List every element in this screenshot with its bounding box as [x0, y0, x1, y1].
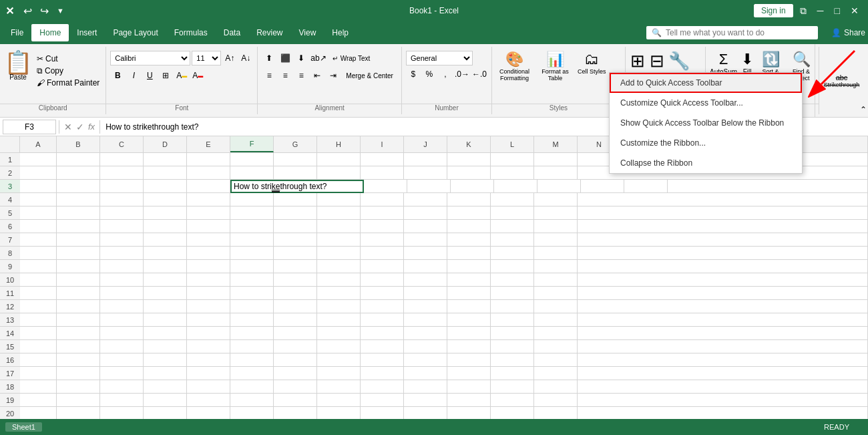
cell-m20[interactable]	[534, 407, 578, 419]
cell-i13[interactable]	[361, 313, 404, 327]
increase-indent-button[interactable]: ⇥	[326, 68, 341, 83]
cell-k20[interactable]	[447, 407, 491, 419]
cell-e9[interactable]	[187, 260, 230, 273]
cell-f2[interactable]	[230, 166, 274, 180]
cell-c10[interactable]	[100, 273, 144, 287]
cell-j9[interactable]	[404, 260, 447, 273]
align-left-button[interactable]: ≡	[262, 68, 276, 83]
cell-f13[interactable]	[230, 313, 274, 327]
cell-a2[interactable]	[20, 166, 57, 180]
cell-l14[interactable]	[491, 327, 534, 340]
cell-f4[interactable]	[230, 193, 274, 206]
cell-g6[interactable]	[274, 220, 317, 233]
cell-l19[interactable]	[491, 394, 534, 407]
cell-n16[interactable]	[578, 353, 868, 367]
cell-l9[interactable]	[491, 260, 534, 273]
paste-button[interactable]: 📋 Paste	[4, 51, 32, 81]
menu-formulas[interactable]: Formulas	[166, 24, 216, 41]
cell-f17[interactable]	[230, 367, 274, 380]
cell-d10[interactable]	[144, 273, 187, 287]
cell-m11[interactable]	[534, 287, 578, 300]
strikethrough-button[interactable]: abc Strikethrough	[824, 74, 860, 88]
cell-i16[interactable]	[361, 353, 404, 367]
cell-a8[interactable]	[20, 247, 57, 260]
sheet-tab[interactable]: Sheet1	[5, 422, 42, 432]
row-num-10[interactable]: 10	[0, 273, 20, 287]
cell-b3[interactable]	[57, 180, 100, 193]
cell-a3[interactable]	[20, 180, 57, 193]
cell-n12[interactable]	[578, 300, 868, 313]
col-header-m[interactable]: M	[534, 136, 578, 152]
cell-g2[interactable]	[274, 166, 317, 180]
cell-j10[interactable]	[404, 273, 447, 287]
cell-m3[interactable]	[624, 180, 668, 193]
cell-k8[interactable]	[447, 247, 491, 260]
cell-g5[interactable]	[274, 206, 317, 220]
cell-e8[interactable]	[187, 247, 230, 260]
cell-m2[interactable]	[534, 166, 578, 180]
cell-i2[interactable]	[361, 166, 404, 180]
cell-j17[interactable]	[404, 367, 447, 380]
cell-k1[interactable]	[447, 153, 491, 166]
col-header-i[interactable]: I	[361, 136, 404, 152]
cell-k13[interactable]	[447, 313, 491, 327]
cell-h18[interactable]	[317, 380, 361, 394]
cell-h15[interactable]	[317, 340, 361, 353]
cell-d4[interactable]	[144, 193, 187, 206]
row-num-17[interactable]: 17	[0, 367, 20, 380]
cell-k16[interactable]	[447, 353, 491, 367]
col-header-j[interactable]: J	[404, 136, 447, 152]
cell-n7[interactable]	[578, 233, 868, 247]
cell-i6[interactable]	[361, 220, 404, 233]
cell-n9[interactable]	[578, 260, 868, 273]
cell-d19[interactable]	[144, 394, 187, 407]
cell-c2[interactable]	[100, 166, 144, 180]
cell-a4[interactable]	[20, 193, 57, 206]
cell-h14[interactable]	[317, 327, 361, 340]
cell-e2[interactable]	[187, 166, 230, 180]
cell-k3[interactable]	[537, 180, 581, 193]
cell-h6[interactable]	[317, 220, 361, 233]
cell-j13[interactable]	[404, 313, 447, 327]
cell-j18[interactable]	[404, 380, 447, 394]
cell-i8[interactable]	[361, 247, 404, 260]
cell-n19[interactable]	[578, 394, 868, 407]
cell-a19[interactable]	[20, 394, 57, 407]
cell-f10[interactable]	[230, 273, 274, 287]
border-button[interactable]: ⊞	[158, 68, 173, 83]
cell-g3[interactable]	[364, 180, 407, 193]
conditional-formatting-button[interactable]: 🎨 Conditional Formatting	[496, 51, 533, 82]
cell-b19[interactable]	[57, 394, 100, 407]
cell-g9[interactable]	[274, 260, 317, 273]
cell-j16[interactable]	[404, 353, 447, 367]
cell-d6[interactable]	[144, 220, 187, 233]
cell-f20[interactable]	[230, 407, 274, 419]
cell-b4[interactable]	[57, 193, 100, 206]
cell-c19[interactable]	[100, 394, 144, 407]
row-num-8[interactable]: 8	[0, 247, 20, 260]
cell-i15[interactable]	[361, 340, 404, 353]
cell-l15[interactable]	[491, 340, 534, 353]
row-num-1[interactable]: 1	[0, 153, 20, 166]
cell-e10[interactable]	[187, 273, 230, 287]
cell-n8[interactable]	[578, 247, 868, 260]
cell-l11[interactable]	[491, 287, 534, 300]
cell-f18[interactable]	[230, 380, 274, 394]
number-format-select[interactable]: General	[406, 51, 473, 65]
cell-b18[interactable]	[57, 380, 100, 394]
cell-g13[interactable]	[274, 313, 317, 327]
col-header-a[interactable]: A	[20, 136, 57, 152]
cell-j20[interactable]	[404, 407, 447, 419]
cell-d12[interactable]	[144, 300, 187, 313]
cell-k12[interactable]	[447, 300, 491, 313]
quick-access-menu[interactable]: ▼	[54, 5, 67, 16]
cell-i1[interactable]	[361, 153, 404, 166]
cell-b13[interactable]	[57, 313, 100, 327]
maximize-button[interactable]: □	[831, 4, 844, 17]
cell-j5[interactable]	[404, 206, 447, 220]
cell-k15[interactable]	[447, 340, 491, 353]
col-header-b[interactable]: B	[57, 136, 100, 152]
menu-insert[interactable]: Insert	[69, 24, 105, 41]
cell-g7[interactable]	[274, 233, 317, 247]
cell-l10[interactable]	[491, 273, 534, 287]
